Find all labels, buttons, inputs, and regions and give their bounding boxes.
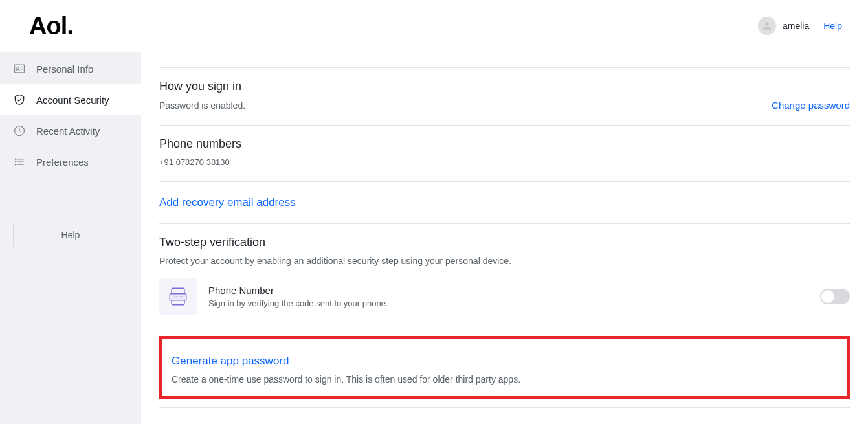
sidebar-item-label: Preferences (36, 157, 89, 168)
tsv-description: Protect your account by enabling an addi… (159, 256, 850, 266)
section-two-step: Two-step verification Protect your accou… (159, 223, 850, 329)
section-title: How you sign in (159, 80, 850, 93)
sidebar-help-button[interactable]: Help (13, 223, 128, 247)
section-recovery: Add recovery email address (159, 181, 850, 223)
section-title: Two-step verification (159, 236, 850, 249)
generate-app-password-desc: Create a one-time use password to sign i… (172, 374, 838, 385)
change-password-link[interactable]: Change password (772, 100, 850, 111)
svg-point-8 (15, 161, 16, 162)
sidebar-item-preferences[interactable]: Preferences (0, 146, 141, 177)
sidebar-item-recent-activity[interactable]: Recent Activity (0, 115, 141, 146)
logo: Aol. (29, 12, 73, 40)
phone-number: +91 078270 38130 (159, 157, 850, 167)
user-menu[interactable]: amelia (758, 17, 809, 35)
section-generate-app-password: Generate app password Create a one-time … (159, 336, 850, 399)
svg-text:****: **** (173, 295, 183, 299)
shield-icon (13, 93, 26, 106)
svg-rect-1 (15, 65, 25, 73)
sidebar-item-account-security[interactable]: Account Security (0, 84, 141, 115)
help-link[interactable]: Help (823, 21, 842, 31)
clock-icon (13, 124, 26, 137)
container: Personal Info Account Security Recent Ac… (0, 52, 868, 424)
id-card-icon (13, 62, 26, 75)
svg-point-6 (15, 159, 16, 160)
phone-code-icon: **** (159, 278, 197, 315)
header: Aol. amelia Help (0, 0, 868, 52)
divider (159, 407, 850, 408)
svg-point-10 (15, 164, 16, 165)
section-phone: Phone numbers +91 078270 38130 (159, 125, 850, 181)
password-status: Password is enabled. (159, 100, 245, 111)
avatar-icon (758, 17, 776, 35)
section-title: Phone numbers (159, 137, 850, 151)
sidebar-item-label: Recent Activity (36, 126, 100, 137)
tsv-method-label: Phone Number (208, 285, 388, 296)
add-recovery-email-link[interactable]: Add recovery email address (159, 196, 296, 208)
tsv-method-desc: Sign in by verifying the code sent to yo… (208, 298, 388, 308)
sidebar-item-label: Account Security (36, 95, 109, 106)
svg-point-0 (765, 22, 769, 26)
section-signin: How you sign in Password is enabled. Cha… (159, 67, 850, 125)
list-icon (13, 155, 26, 168)
sidebar: Personal Info Account Security Recent Ac… (0, 52, 141, 424)
username: amelia (783, 21, 809, 31)
sidebar-item-personal-info[interactable]: Personal Info (0, 53, 141, 84)
tsv-toggle[interactable] (820, 289, 850, 304)
header-right: amelia Help (758, 17, 842, 35)
generate-app-password-link[interactable]: Generate app password (172, 355, 838, 368)
svg-point-2 (17, 67, 19, 69)
main-content: How you sign in Password is enabled. Cha… (141, 52, 868, 424)
sidebar-item-label: Personal Info (36, 63, 93, 74)
